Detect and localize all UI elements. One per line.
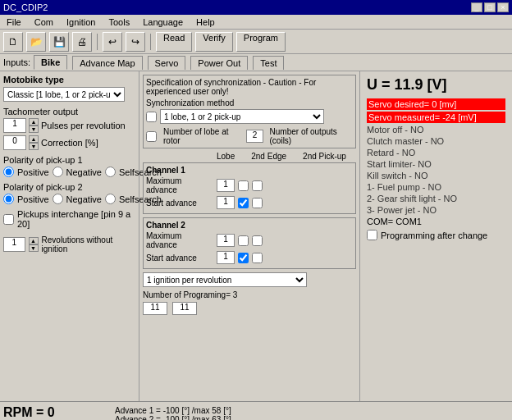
rev-down[interactable]: ▼ (29, 244, 39, 252)
clutch-master-status: Clutch master - NO (367, 136, 505, 146)
channel2-start-check2[interactable] (238, 253, 249, 263)
num-programming-label: Number of Programing= (143, 290, 231, 299)
read-button[interactable]: Read (156, 32, 192, 52)
channel2-start-check3[interactable] (252, 253, 263, 263)
menu-tools[interactable]: Tools (105, 16, 133, 28)
center-panel: Specification of synchronization - Cauti… (139, 71, 360, 401)
channel2-max-check2[interactable] (238, 235, 249, 246)
pol2-positive-radio[interactable] (3, 194, 14, 204)
pulses-up[interactable]: ▲ (29, 118, 39, 126)
print-button[interactable]: 🖨 (72, 32, 92, 52)
correction-spinner[interactable]: ▲ ▼ (29, 135, 39, 150)
menu-file[interactable]: File (3, 16, 25, 28)
header-2nd-pickup: 2nd Pick-up (303, 152, 346, 161)
open-button[interactable]: 📂 (26, 32, 46, 52)
retard-status: Retard - NO (367, 148, 505, 158)
minimize-button[interactable]: _ (471, 2, 482, 12)
program-button[interactable]: Program (236, 32, 286, 52)
channel2-max-check3[interactable] (252, 235, 263, 246)
start-limiter-status: Start limiter- NO (367, 159, 505, 169)
sync-method-checkbox[interactable] (146, 112, 157, 122)
tab-advance-map[interactable]: Advance Map (72, 56, 142, 70)
rpm-section: RPM = 0 TP= 0 [%]= 117 [mV] (3, 405, 102, 420)
undo-button[interactable]: ↩ (103, 32, 122, 52)
prog-input-2[interactable]: 11 (172, 302, 197, 315)
com-status: COM= COM1 (367, 217, 505, 226)
channel2-max-input[interactable]: 1 (217, 234, 235, 247)
channel1-max-input[interactable]: 1 (217, 179, 235, 192)
pol1-negative-radio[interactable] (53, 167, 63, 177)
new-button[interactable]: 🗋 (3, 32, 23, 52)
motobike-type-select[interactable]: Classic [1 lobe, 1 or 2 pick-up] (3, 87, 125, 102)
pol2-positive-label: Positive (17, 194, 49, 204)
window-controls: _ □ × (471, 2, 509, 12)
rev-up[interactable]: ▲ (29, 237, 39, 244)
pickups-interchange-row: Pickups interchange [pin 9 a 20] (3, 209, 135, 229)
rev-input[interactable]: 1 (3, 237, 25, 252)
verify-button[interactable]: Verify (195, 32, 233, 52)
channel1-start-check2[interactable] (238, 198, 249, 208)
channel-headers: Lobe 2nd Edge 2nd Pick-up (143, 152, 356, 161)
lobe-rotor-label: Number of lobe at rotor (163, 127, 240, 145)
pulses-down[interactable]: ▼ (29, 126, 39, 133)
prog-after-change-checkbox[interactable] (367, 230, 377, 240)
menu-bar: File Com Ignition Tools Language Help (0, 15, 512, 30)
advance1-text: Advance 1 = -100 [°] /max 58 [°] (115, 406, 284, 415)
menu-language[interactable]: Language (139, 16, 186, 28)
tab-test[interactable]: Test (253, 56, 284, 70)
sync-title: Specification of synchronization - Cauti… (146, 78, 353, 96)
fuel-pump-status: 1- Fuel pump - NO (367, 182, 505, 192)
redo-button[interactable]: ↪ (126, 32, 145, 52)
channel1-max-check3[interactable] (252, 180, 263, 191)
correction-up[interactable]: ▲ (29, 135, 39, 143)
correction-row: 0 ▲ ▼ Correction [%] (3, 135, 135, 150)
rev-label: Revolutions without ignition (42, 235, 135, 253)
inputs-tabs-row: Inputs: Bike Advance Map Servo Power Out… (0, 54, 512, 71)
pol1-selfsearch-radio[interactable] (105, 167, 116, 177)
channel2-start-input[interactable]: 1 (217, 251, 235, 264)
ignition-per-rev-row: 1 ignition per revolution (143, 272, 356, 287)
pol2-negative-radio[interactable] (53, 194, 63, 204)
tachometer-label: Tachometer output (3, 107, 135, 116)
correction-down[interactable]: ▼ (29, 143, 39, 150)
save-button[interactable]: 💾 (49, 32, 69, 52)
channel1-start-label: Start advance (146, 199, 213, 208)
channel2-start-label: Start advance (146, 253, 213, 262)
menu-help[interactable]: Help (193, 16, 218, 28)
voltage-display: U = 11.9 [V] (367, 76, 505, 94)
ignition-per-rev-select[interactable]: 1 ignition per revolution (143, 272, 307, 287)
pickups-interchange-checkbox[interactable] (3, 214, 14, 225)
lobe-rotor-input[interactable]: 2 (246, 130, 263, 143)
inputs-label: Inputs: (3, 57, 30, 67)
menu-ignition[interactable]: Ignition (63, 16, 98, 28)
lobe-rotor-checkbox[interactable] (146, 131, 157, 142)
tab-servo[interactable]: Servo (148, 56, 186, 70)
channel1-start-check3[interactable] (252, 198, 263, 208)
pol2-selfsearch-radio[interactable] (105, 194, 116, 204)
tab-power-out[interactable]: Power Out (190, 56, 248, 70)
sync-method-select[interactable]: 1 lobe, 1 or 2 pick-up (160, 109, 324, 124)
pulses-input[interactable]: 1 (3, 118, 26, 133)
advance-info: Advance 1 = -100 [°] /max 58 [°] Advance… (115, 406, 284, 420)
correction-input[interactable]: 0 (3, 135, 26, 150)
pulses-spinner[interactable]: ▲ ▼ (29, 118, 39, 133)
channel1-max-advance-row: Maximum advance 1 (146, 176, 353, 194)
polarity-pickup1-group: Polarity of pick-up 1 Positive Negative … (3, 155, 135, 177)
header-lobe: Lobe (217, 152, 235, 161)
prog-input-1[interactable]: 11 (143, 302, 167, 315)
rev-row: 1 ▲ ▼ Revolutions without ignition (3, 235, 135, 253)
menu-com[interactable]: Com (31, 16, 57, 28)
pol1-positive-radio[interactable] (3, 167, 14, 177)
channel2-start-advance-row: Start advance 1 (146, 251, 353, 264)
channel2-max-label: Maximum advance (146, 231, 213, 249)
channel1-label: Channel 1 (146, 166, 353, 175)
tab-bike[interactable]: Bike (34, 55, 67, 70)
pol1-positive-label: Positive (17, 167, 49, 177)
maximize-button[interactable]: □ (484, 2, 496, 12)
channel1-start-input[interactable]: 1 (217, 196, 235, 209)
sync-method-label: Synchronization method (146, 98, 353, 107)
close-button[interactable]: × (497, 2, 509, 12)
rev-spinner[interactable]: ▲ ▼ (29, 237, 39, 252)
channel1-max-check2[interactable] (238, 180, 249, 191)
motobike-type-group: Motobike type Classic [1 lobe, 1 or 2 pi… (3, 75, 135, 102)
